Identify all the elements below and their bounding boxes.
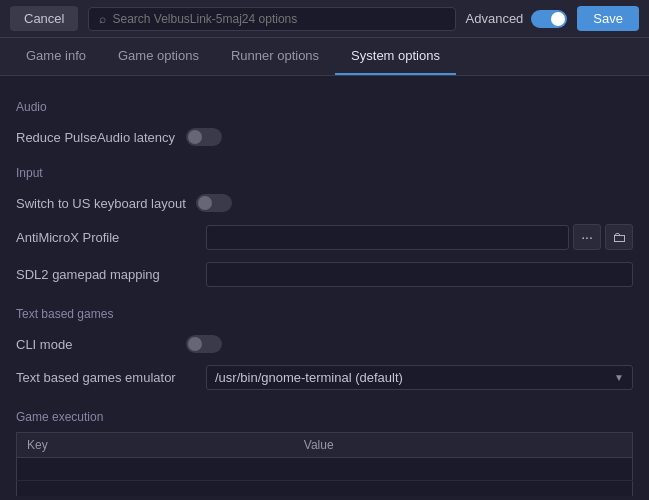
game-execution-section: Game execution Key Value Environment var… [16,410,633,496]
switch-keyboard-toggle[interactable] [196,194,232,212]
antimicro-row: AntiMicroX Profile ··· 🗀 [16,218,633,256]
col-key: Key [17,433,294,458]
table-row-empty-1 [17,458,633,481]
emulator-value: /usr/bin/gnome-terminal (default) [215,370,403,385]
table-header-row: Key Value [17,433,633,458]
col-value: Value [294,433,633,458]
advanced-toggle[interactable] [531,10,567,28]
emulator-label: Text based games emulator [16,370,196,385]
top-bar: Cancel ⌕ Advanced Save [0,0,649,38]
input-section: Input Switch to US keyboard layout AntiM… [16,166,633,293]
text-games-section: Text based games CLI mode Text based gam… [16,307,633,396]
antimicro-folder-button[interactable]: 🗀 [605,224,633,250]
tab-system-options[interactable]: System options [335,38,456,75]
audio-section: Audio Reduce PulseAudio latency [16,100,633,152]
search-box: ⌕ [88,7,455,31]
dropdown-arrow-icon: ▼ [614,372,624,383]
save-button[interactable]: Save [577,6,639,31]
antimicro-input[interactable] [206,225,569,250]
table-body [17,458,633,497]
sdl2-label: SDL2 gamepad mapping [16,267,196,282]
cancel-button[interactable]: Cancel [10,6,78,31]
antimicro-label: AntiMicroX Profile [16,230,196,245]
emulator-dropdown[interactable]: /usr/bin/gnome-terminal (default) ▼ [206,365,633,390]
tab-runner-options[interactable]: Runner options [215,38,335,75]
advanced-section: Advanced [466,10,568,28]
emulator-row: Text based games emulator /usr/bin/gnome… [16,359,633,396]
env-table: Key Value [16,432,633,496]
tab-game-info[interactable]: Game info [10,38,102,75]
more-icon: ··· [581,229,593,245]
antimicro-input-group: ··· 🗀 [206,224,633,250]
tabs-bar: Game info Game options Runner options Sy… [0,38,649,76]
antimicro-more-button[interactable]: ··· [573,224,601,250]
tab-game-options[interactable]: Game options [102,38,215,75]
search-input[interactable] [112,12,444,26]
search-icon: ⌕ [99,12,106,26]
cli-mode-label: CLI mode [16,337,176,352]
sdl2-row: SDL2 gamepad mapping [16,256,633,293]
table-row-empty-2 [17,481,633,497]
advanced-label: Advanced [466,11,524,26]
folder-icon: 🗀 [612,229,626,245]
cli-mode-toggle[interactable] [186,335,222,353]
cli-mode-row: CLI mode [16,329,633,359]
sdl2-input[interactable] [206,262,633,287]
audio-section-label: Audio [16,100,633,114]
content-area: Audio Reduce PulseAudio latency Input Sw… [0,76,649,496]
input-section-label: Input [16,166,633,180]
switch-keyboard-label: Switch to US keyboard layout [16,196,186,211]
reduce-pulseaudio-toggle[interactable] [186,128,222,146]
reduce-pulseaudio-row: Reduce PulseAudio latency [16,122,633,152]
game-execution-label: Game execution [16,410,633,424]
reduce-pulseaudio-label: Reduce PulseAudio latency [16,130,176,145]
text-games-section-label: Text based games [16,307,633,321]
switch-keyboard-row: Switch to US keyboard layout [16,188,633,218]
